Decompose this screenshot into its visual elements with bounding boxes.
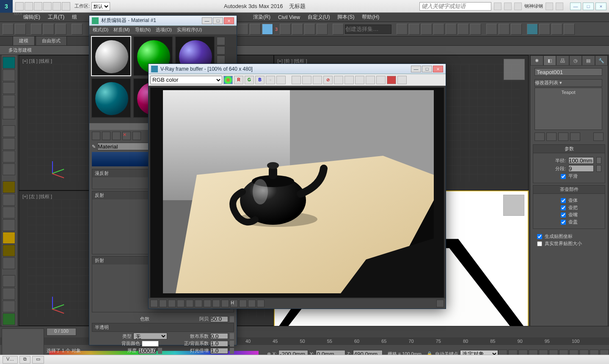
- vfb-curve-icon[interactable]: [168, 300, 176, 307]
- vray-cam-icon[interactable]: [3, 138, 15, 150]
- material-slot-1[interactable]: [91, 36, 131, 76]
- percent-snap-icon[interactable]: [304, 24, 315, 35]
- menu-render[interactable]: 渲染(R): [253, 14, 270, 21]
- vfb-minimize-button[interactable]: —: [411, 66, 421, 72]
- viewcube-icon[interactable]: [503, 195, 524, 216]
- mat-maximize-button[interactable]: □: [213, 17, 223, 24]
- teapot2-icon[interactable]: [3, 207, 15, 218]
- modify-tab-icon[interactable]: ◧: [543, 55, 557, 66]
- mat-menu-options[interactable]: 选项(O): [156, 27, 172, 33]
- select-icon[interactable]: [237, 24, 248, 35]
- utilities-tab-icon[interactable]: 🔧: [595, 55, 608, 66]
- vfb-track-mouse-icon[interactable]: [344, 76, 354, 84]
- vray-frame-buffer-window[interactable]: V-Ray frame buffer - [100% of 640 x 480]…: [148, 63, 446, 309]
- vfb-compare-b-icon[interactable]: [248, 300, 256, 307]
- taskbar-tile-icon[interactable]: ▭: [32, 356, 44, 364]
- mirror-icon[interactable]: [397, 24, 408, 35]
- curve-editor-icon[interactable]: [446, 24, 457, 35]
- body-checkbox[interactable]: 壶体: [537, 197, 601, 204]
- realworld-checkbox[interactable]: 真实世界贴图大小: [535, 240, 603, 247]
- exchange-icon[interactable]: [514, 3, 522, 10]
- sample-type-icon[interactable]: [217, 37, 225, 45]
- handle-checkbox[interactable]: 壶把: [537, 204, 601, 211]
- menu-customize[interactable]: 自定义(U): [308, 14, 330, 21]
- time-slider-handle[interactable]: 0 / 100: [47, 328, 76, 336]
- vfb-clear-icon[interactable]: ⊘: [323, 76, 333, 84]
- abbe-field[interactable]: [210, 316, 228, 322]
- vfb-expand-icon[interactable]: [436, 300, 444, 307]
- motion-tab-icon[interactable]: ◷: [569, 55, 582, 66]
- pin-stack-icon[interactable]: [535, 132, 545, 141]
- layers-icon[interactable]: [421, 24, 432, 35]
- isolate-icon[interactable]: [3, 108, 15, 119]
- named-sel-icon[interactable]: [333, 24, 344, 35]
- open-icon[interactable]: [25, 2, 33, 11]
- vfb-teapot-render-icon[interactable]: [397, 76, 407, 84]
- vfb-blue-button[interactable]: B: [255, 76, 265, 84]
- segs-spinner[interactable]: [596, 165, 601, 172]
- app-logo[interactable]: [0, 0, 13, 13]
- unlink-icon[interactable]: [43, 24, 54, 35]
- undo-icon[interactable]: [3, 24, 14, 35]
- thickness-field[interactable]: [138, 348, 156, 354]
- menu-help[interactable]: 帮助(H): [362, 14, 379, 21]
- display-tab-icon[interactable]: ▤: [582, 55, 595, 66]
- vfb-history-icon[interactable]: [150, 300, 158, 307]
- modifier-stack[interactable]: Teapot: [535, 88, 602, 130]
- signin-icon[interactable]: [504, 3, 512, 10]
- viewport-left-label[interactable]: [+] [左 ] [线框 ]: [22, 193, 52, 200]
- grid-toggle-icon[interactable]: [564, 24, 575, 35]
- teapot-prim-icon[interactable]: [3, 57, 15, 69]
- render-frame-icon[interactable]: [499, 24, 510, 35]
- modifier-list-select[interactable]: 修改器列表 ▾: [535, 79, 602, 87]
- maximize-button[interactable]: □: [583, 3, 594, 10]
- redo-icon[interactable]: [52, 2, 61, 11]
- target-cam-icon[interactable]: [3, 163, 15, 175]
- sphere-prim-icon[interactable]: [3, 194, 15, 206]
- graphite-icon[interactable]: [433, 24, 444, 35]
- camera-icon[interactable]: [3, 125, 15, 137]
- save-icon[interactable]: [34, 2, 42, 11]
- configure-icon[interactable]: [593, 132, 603, 141]
- ribbon-tab-freeform[interactable]: 自由形式: [36, 36, 67, 45]
- vfb-red-button[interactable]: R: [234, 76, 243, 84]
- spout-checkbox[interactable]: 壶嘴: [537, 212, 601, 218]
- vfb-close-button[interactable]: ×: [433, 66, 443, 72]
- object-name-field[interactable]: [535, 68, 602, 76]
- vfb-load-icon[interactable]: [302, 76, 311, 84]
- vfb-link-icon[interactable]: [376, 76, 386, 84]
- segs-field[interactable]: [568, 165, 594, 172]
- render-icon[interactable]: [511, 24, 522, 35]
- bind-icon[interactable]: [55, 24, 66, 35]
- lid-checkbox[interactable]: 壶盖: [537, 219, 601, 225]
- user-name[interactable]: 钢神绿钢: [524, 3, 543, 9]
- schematic-icon[interactable]: [458, 24, 469, 35]
- vfb-levels-icon[interactable]: [186, 300, 193, 307]
- teapot-icon[interactable]: [527, 24, 538, 35]
- layer-icon[interactable]: [3, 95, 15, 107]
- menu-group[interactable]: 组: [72, 14, 77, 21]
- material-editor-titlebar[interactable]: 材质编辑器 - Material #1 — □ ×: [89, 16, 237, 26]
- vfb-stop-icon[interactable]: [387, 76, 396, 84]
- angle-snap-icon[interactable]: [292, 24, 303, 35]
- unique-icon[interactable]: [558, 132, 568, 141]
- undo-icon[interactable]: [43, 2, 52, 11]
- radius-field[interactable]: [568, 157, 594, 164]
- vfb-mono-icon[interactable]: ●: [266, 76, 275, 84]
- mat-menu-material[interactable]: 材质(M): [113, 27, 130, 33]
- show-end-icon[interactable]: [546, 132, 557, 141]
- vfb-save-icon[interactable]: [292, 76, 301, 84]
- box-prim-icon[interactable]: [3, 181, 15, 193]
- assign-icon[interactable]: [112, 132, 121, 140]
- selection-set-input[interactable]: [345, 25, 391, 34]
- align-icon[interactable]: [409, 24, 420, 35]
- scatter-field[interactable]: [210, 333, 228, 339]
- vfb-region-icon[interactable]: [355, 76, 364, 84]
- mat-menu-navigate[interactable]: 导航(N): [135, 27, 151, 33]
- vfb-compare-a-icon[interactable]: [239, 300, 247, 307]
- vfb-titlebar[interactable]: V-Ray frame buffer - [100% of 640 x 480]…: [149, 64, 446, 74]
- minimize-button[interactable]: —: [570, 3, 581, 10]
- link-icon[interactable]: [62, 2, 70, 11]
- vfb-stamp-icon[interactable]: [195, 300, 202, 307]
- vfb-channel-select[interactable]: RGB color: [150, 76, 222, 84]
